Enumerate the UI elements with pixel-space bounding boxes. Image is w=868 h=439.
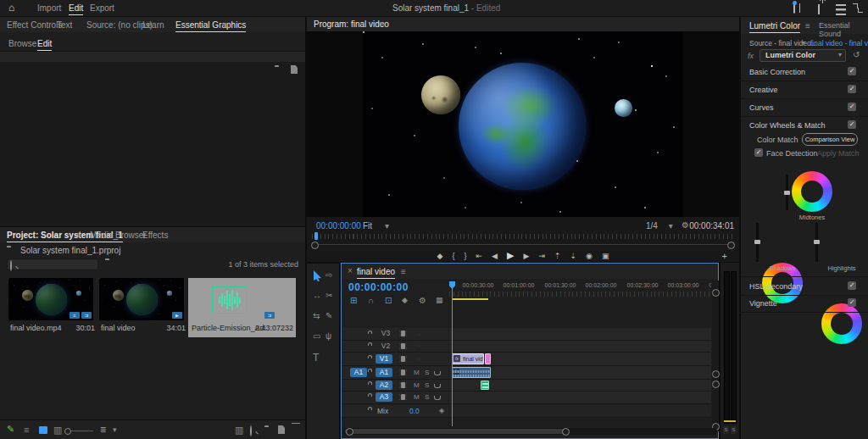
section-creative[interactable]: Creative ✓ xyxy=(741,81,868,99)
reset-effect-icon[interactable]: ↺ xyxy=(853,50,860,59)
tab-essential-sound[interactable]: Essential Sound xyxy=(819,21,868,38)
go-to-in-button[interactable]: ⇤ xyxy=(476,252,483,260)
button-editor-button[interactable]: + xyxy=(722,251,727,261)
menu-export[interactable]: Export xyxy=(90,3,114,13)
extract-button[interactable]: ⇣ xyxy=(570,252,576,260)
source-clip-value[interactable]: final video - final v... xyxy=(810,39,868,47)
apply-match-button[interactable]: Apply Match xyxy=(817,149,860,158)
lane-a3[interactable] xyxy=(449,392,711,404)
add-keyframe-icon[interactable]: ◈ xyxy=(439,407,444,414)
mark-out-button[interactable]: } xyxy=(465,252,467,260)
solo-button[interactable]: S xyxy=(425,393,429,401)
tab-lumetri-color[interactable]: Lumetri Color xyxy=(749,21,800,31)
program-time-ruler[interactable] xyxy=(312,234,734,239)
tab-learn[interactable]: Learn xyxy=(142,20,164,30)
midtones-slider-handle[interactable] xyxy=(784,191,790,195)
track-output-icon[interactable] xyxy=(399,370,407,375)
section-enable-checkbox[interactable]: ✓ xyxy=(848,281,856,290)
section-vignette[interactable]: Vignette ✓ xyxy=(741,294,868,313)
section-enable-checkbox[interactable]: ✓ xyxy=(848,67,856,75)
menu-edit[interactable]: Edit xyxy=(69,3,83,13)
timeline-timecode[interactable]: 00:00:00:00 xyxy=(348,281,409,293)
clip-video-pink[interactable] xyxy=(485,353,491,364)
comparison-view-button[interactable]: Comparison View xyxy=(802,133,858,146)
lane-mix[interactable] xyxy=(449,405,711,418)
tab-media-browser[interactable]: Media Browser xyxy=(90,231,147,240)
nest-toggle-icon[interactable]: ⊞ xyxy=(350,296,357,305)
comparison-view-button[interactable]: ▣ xyxy=(602,252,609,260)
new-layer-icon[interactable] xyxy=(291,65,298,74)
export-frame-button[interactable]: ◉ xyxy=(586,252,593,260)
list-view-icon[interactable]: ≡ xyxy=(24,425,29,435)
track-label-a2[interactable]: A2 xyxy=(376,381,392,390)
go-to-out-button[interactable]: ⇥ xyxy=(538,252,545,260)
meter-solo-right[interactable]: S xyxy=(731,426,737,434)
home-icon[interactable]: ⌂ xyxy=(8,2,14,14)
scroll-handle-right[interactable] xyxy=(562,428,570,436)
lift-button[interactable]: ⇡ xyxy=(554,252,561,260)
track-label-v3[interactable]: V3 xyxy=(377,329,394,338)
track-output-icon[interactable] xyxy=(399,394,407,400)
horizontal-scrollbar[interactable] xyxy=(343,428,717,435)
section-hsl-secondary[interactable]: HSL Secondary ✓ xyxy=(741,276,868,296)
solo-button[interactable]: S xyxy=(425,369,429,376)
step-forward-button[interactable]: ▶ xyxy=(523,252,529,260)
lumetri-panel-menu-icon[interactable]: ≡ xyxy=(805,21,810,31)
icon-view-icon[interactable] xyxy=(39,426,47,434)
tab-text[interactable]: Text xyxy=(57,20,72,30)
scroll-handle-left[interactable] xyxy=(346,428,353,436)
razor-tool-icon[interactable]: ✂ xyxy=(326,291,332,300)
timeline-playhead-line[interactable] xyxy=(452,282,453,426)
find-icon[interactable] xyxy=(250,425,252,436)
timeline-settings-icon[interactable]: ⚙ xyxy=(419,296,426,305)
face-detection-checkbox[interactable]: ✓ xyxy=(754,148,763,157)
project-item-particle-emission[interactable]: ⇉ Particle-Emission_Ad.. 2:43:07232 xyxy=(188,278,296,337)
section-curves[interactable]: Curves ✓ xyxy=(741,98,868,117)
project-item-final-video-sequence[interactable]: ▶ final video 34:01 xyxy=(97,278,186,337)
program-zoom-scrollbar[interactable] xyxy=(312,244,734,245)
new-item-icon[interactable] xyxy=(278,425,285,434)
share-icon[interactable] xyxy=(818,4,820,14)
section-enable-checkbox[interactable]: ✓ xyxy=(848,298,856,307)
add-marker-button[interactable]: ◆ xyxy=(437,252,443,260)
mute-button[interactable]: M xyxy=(414,381,420,389)
track-output-icon[interactable] xyxy=(399,382,407,388)
tab-timeline-sequence[interactable]: final video xyxy=(357,267,395,276)
resolution-dropdown[interactable]: 1/4 ▾ xyxy=(646,221,673,231)
linked-selection-icon[interactable]: ⊡ xyxy=(385,296,392,305)
tab-effects[interactable]: Effects xyxy=(142,231,168,240)
selection-tool-icon[interactable] xyxy=(313,270,322,281)
scrollbar-thumb[interactable] xyxy=(345,429,570,434)
ripple-edit-tool-icon[interactable]: ↔ xyxy=(313,291,321,300)
track-output-icon[interactable] xyxy=(399,331,407,336)
zoom-slider-handle[interactable] xyxy=(64,428,71,435)
pen-tool-icon[interactable]: ✎ xyxy=(326,311,332,320)
source-chevron-icon[interactable]: ▾ xyxy=(802,39,805,47)
tab-program-monitor[interactable]: Program: final video xyxy=(314,19,389,29)
zoom-slider-track[interactable] xyxy=(71,431,93,431)
timeline-panel-menu-icon[interactable]: ≡ xyxy=(401,267,406,276)
freeform-view-icon[interactable]: ▥ xyxy=(53,425,62,436)
project-panel-menu-icon[interactable]: ≡ xyxy=(76,231,81,240)
meter-solo-left[interactable]: S xyxy=(723,426,729,434)
project-bin-name[interactable]: Solar system final_1.prproj xyxy=(20,246,120,255)
section-enable-checkbox[interactable]: ✓ xyxy=(848,120,856,129)
lane-v3[interactable] xyxy=(449,328,711,341)
monitor-settings-icon[interactable]: ⚙ xyxy=(682,220,689,230)
project-item-final-video-mp4[interactable]: ≡ ⇉ final video.mp4 30:01 xyxy=(7,278,95,337)
tab-effect-controls[interactable]: Effect Controls xyxy=(7,20,62,30)
timeline-ruler[interactable]: 00:00:00:00 00:00:30:00 00:01:00:00 00:0… xyxy=(449,281,711,301)
clip-audio-a1[interactable]: fx xyxy=(452,367,491,378)
hand-tool-icon[interactable]: ψ xyxy=(326,331,331,341)
clip-video-final-vid[interactable]: fx final vid xyxy=(452,353,484,364)
midtones-wheel[interactable] xyxy=(792,171,832,212)
program-timecode[interactable]: 00:00:00:00 xyxy=(316,221,361,231)
type-tool-icon[interactable]: T xyxy=(313,352,319,364)
solo-button[interactable]: S xyxy=(425,381,429,389)
quick-export-icon[interactable] xyxy=(793,3,795,14)
track-label-v2[interactable]: V2 xyxy=(377,342,394,351)
zoom-handle-right[interactable] xyxy=(727,242,735,249)
tab-essential-graphics[interactable]: Essential Graphics xyxy=(175,20,246,30)
automate-to-sequence-icon[interactable]: ▥ xyxy=(235,425,243,436)
section-color-wheels-match[interactable]: Color Wheels & Match ✓ xyxy=(741,116,868,134)
